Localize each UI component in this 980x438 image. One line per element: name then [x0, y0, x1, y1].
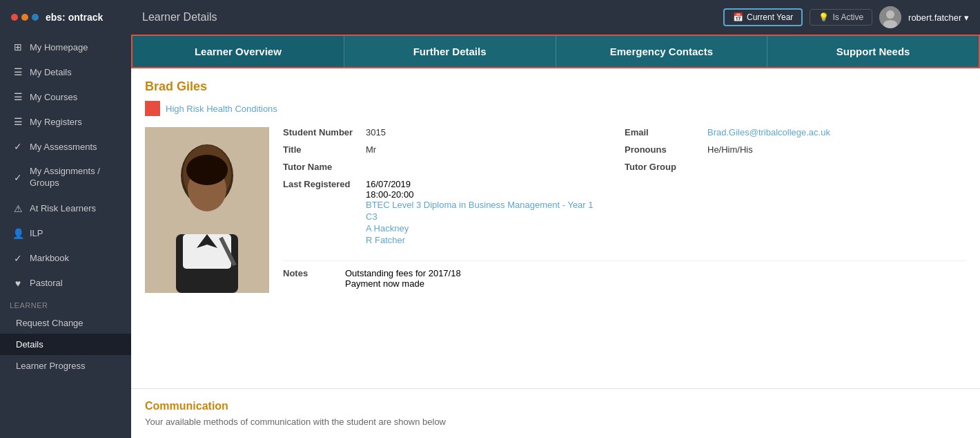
course-link-3[interactable]: A Hackney	[366, 223, 594, 234]
registers-icon: ☰	[12, 116, 24, 127]
logo-area: ebs: ontrack	[11, 12, 142, 23]
sidebar-sub-item-label: Learner Progress	[16, 361, 85, 371]
current-year-button[interactable]: 📅 Current Year	[723, 8, 803, 26]
tutor-group-label: Tutor Group	[625, 162, 707, 172]
sidebar-item-label: My Assessments	[30, 142, 97, 152]
email-value[interactable]: Brad.Giles@tribalcollege.ac.uk	[707, 127, 830, 137]
sidebar-item-my-registers[interactable]: ☰ My Registers	[0, 109, 131, 134]
tab-emergency-contacts[interactable]: Emergency Contacts	[556, 36, 768, 67]
sidebar-sub-item-label: Request Change	[16, 318, 84, 328]
is-active-button[interactable]: 💡 Is Active	[810, 9, 872, 26]
pronouns-value: He/Him/His	[707, 144, 753, 155]
last-registered-values: 16/07/2019 18:00-20:00 BTEC Level 3 Dipl…	[366, 179, 594, 247]
sidebar: ⊞ My Homepage ☰ My Details ☰ My Courses …	[0, 35, 131, 438]
lightbulb-icon: 💡	[819, 12, 829, 22]
student-number-label: Student Number	[283, 127, 366, 137]
logo-text: ebs: ontrack	[46, 12, 103, 23]
svg-point-2	[883, 20, 897, 28]
avatar	[879, 6, 901, 28]
course-link-4[interactable]: R Fatcher	[366, 235, 594, 245]
svg-point-1	[886, 10, 894, 19]
learner-content: Brad Giles High Risk Health Conditions	[131, 68, 980, 388]
sidebar-section-learner: LEARNER	[0, 296, 131, 312]
section-divider	[131, 388, 980, 389]
health-risk-text: High Risk Health Conditions	[166, 104, 277, 114]
title-value: Mr	[366, 144, 376, 155]
sidebar-item-my-assignments[interactable]: ✓ My Assignments /Groups	[0, 159, 131, 196]
pastoral-icon: ♥	[12, 278, 24, 289]
last-registered-date: 16/07/2019	[366, 179, 594, 189]
email-label: Email	[625, 127, 707, 137]
markbook-icon: ✓	[12, 253, 24, 264]
home-icon: ⊞	[12, 41, 24, 53]
sidebar-item-label: ILP	[30, 228, 43, 238]
sidebar-item-markbook[interactable]: ✓ Markbook	[0, 246, 131, 271]
assignments-icon: ✓	[12, 172, 24, 183]
is-active-label: Is Active	[832, 12, 863, 22]
sidebar-item-label: My Assignments /Groups	[30, 166, 100, 189]
course-link-2[interactable]: C3	[366, 211, 594, 222]
sidebar-item-ilp[interactable]: 👤 ILP	[0, 221, 131, 246]
page-title: Learner Details	[142, 11, 723, 23]
course-link-1[interactable]: BTEC Level 3 Diploma in Business Managem…	[366, 200, 594, 210]
last-registered-time: 18:00-20:00	[366, 189, 594, 200]
student-number-value: 3015	[366, 127, 386, 137]
info-left: Student Number 3015 Title Mr Tutor Name	[283, 127, 625, 254]
last-registered-label: Last Registered	[283, 179, 366, 189]
notes-line-1: Outstanding fees for 2017/18	[345, 268, 461, 278]
dot-blue	[32, 14, 39, 21]
courses-icon: ☰	[12, 91, 24, 102]
sidebar-item-label: Pastoral	[30, 278, 63, 288]
sidebar-item-at-risk[interactable]: ⚠ At Risk Learners	[0, 196, 131, 221]
sidebar-item-my-details[interactable]: ☰ My Details	[0, 59, 131, 84]
sidebar-sub-item-details[interactable]: Details	[0, 334, 131, 355]
sidebar-item-my-homepage[interactable]: ⊞ My Homepage	[0, 35, 131, 59]
dot-orange	[21, 14, 28, 21]
person-icon: 👤	[12, 228, 24, 239]
info-row-tutor-name: Tutor Name	[283, 162, 611, 172]
learner-photo	[145, 127, 269, 293]
content-area: Learner Overview Further Details Emergen…	[131, 35, 980, 438]
sidebar-item-label: My Registers	[30, 117, 82, 127]
communication-section: Communication Your available methods of …	[131, 400, 980, 438]
notes-section: Notes Outstanding fees for 2017/18 Payme…	[283, 260, 966, 289]
sidebar-item-label: At Risk Learners	[30, 203, 96, 213]
sidebar-item-pastoral[interactable]: ♥ Pastoral	[0, 271, 131, 296]
info-grid: Student Number 3015 Title Mr Tutor Name	[283, 127, 966, 254]
info-row-email: Email Brad.Giles@tribalcollege.ac.uk	[625, 127, 952, 137]
sidebar-item-my-courses[interactable]: ☰ My Courses	[0, 84, 131, 109]
sidebar-item-label: Markbook	[30, 253, 69, 263]
info-row-title: Title Mr	[283, 144, 611, 155]
tab-support-needs[interactable]: Support Needs	[767, 36, 979, 67]
dot-red	[11, 14, 18, 21]
info-row-last-registered: Last Registered 16/07/2019 18:00-20:00 B…	[283, 179, 611, 247]
tab-bar: Learner Overview Further Details Emergen…	[131, 35, 980, 68]
warning-icon: ⚠	[12, 203, 24, 214]
sidebar-item-label: My Details	[30, 67, 72, 77]
tutor-name-label: Tutor Name	[283, 162, 366, 172]
top-header: ebs: ontrack Learner Details 📅 Current Y…	[0, 0, 980, 35]
info-row-student-number: Student Number 3015	[283, 127, 611, 137]
details-icon: ☰	[12, 66, 24, 77]
sidebar-item-label: My Homepage	[30, 42, 88, 53]
sidebar-sub-item-learner-progress[interactable]: Learner Progress	[0, 355, 131, 377]
learner-info-columns: Student Number 3015 Title Mr Tutor Name	[283, 127, 966, 293]
svg-point-7	[186, 155, 228, 185]
health-risk-indicator	[145, 101, 160, 116]
sidebar-sub-item-label: Details	[16, 339, 43, 350]
sidebar-item-my-assessments[interactable]: ✓ My Assessments	[0, 134, 131, 159]
current-year-label: Current Year	[747, 12, 793, 22]
health-badge: High Risk Health Conditions	[145, 101, 966, 116]
learner-name: Brad Giles	[145, 79, 966, 94]
notes-label: Notes	[283, 268, 338, 289]
title-label: Title	[283, 144, 366, 155]
info-row-tutor-group: Tutor Group	[625, 162, 952, 172]
sidebar-sub-item-request-change[interactable]: Request Change	[0, 312, 131, 334]
info-row-pronouns: Pronouns He/Him/His	[625, 144, 952, 155]
learner-main: Student Number 3015 Title Mr Tutor Name	[145, 127, 966, 293]
calendar-icon: 📅	[733, 12, 743, 22]
tab-further-details[interactable]: Further Details	[344, 36, 556, 67]
user-name[interactable]: robert.fatcher ▾	[908, 12, 969, 23]
tab-learner-overview[interactable]: Learner Overview	[133, 36, 344, 67]
communication-title: Communication	[145, 400, 966, 412]
